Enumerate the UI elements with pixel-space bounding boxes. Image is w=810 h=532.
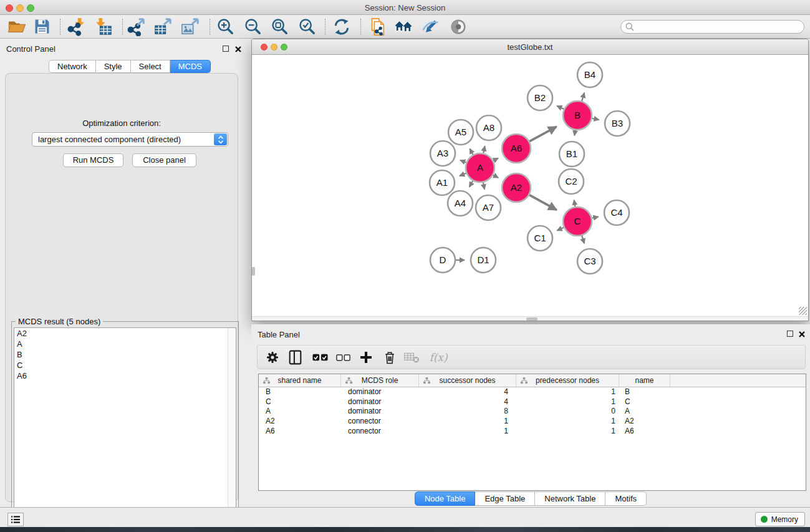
graph-edge-A-A2[interactable] bbox=[493, 175, 498, 178]
graph-edge-B-B4[interactable] bbox=[582, 93, 584, 101]
apply-layout-button[interactable] bbox=[331, 16, 352, 37]
result-scrollbar[interactable] bbox=[228, 328, 236, 531]
zoom-selected-icon bbox=[297, 17, 316, 36]
close-panel-icon[interactable] bbox=[234, 44, 242, 56]
tab-edge-table[interactable]: Edge Table bbox=[475, 491, 535, 506]
graph-edge-C-C4[interactable] bbox=[592, 216, 598, 218]
network-graph-canvas[interactable]: B4B2BB3A5A8A6B1A3AC2A1A2A4A7C4CC1C3DD1 bbox=[256, 56, 807, 316]
import-table-button[interactable] bbox=[93, 16, 114, 37]
delete-column-button[interactable] bbox=[380, 348, 400, 367]
memory-button[interactable]: Memory bbox=[755, 512, 805, 526]
column-label: shared name bbox=[277, 376, 321, 385]
search-input[interactable] bbox=[637, 22, 804, 31]
toolbar-divider bbox=[122, 19, 123, 35]
result-item[interactable]: A bbox=[14, 339, 236, 349]
import-network-button[interactable] bbox=[65, 16, 87, 37]
column-header-shared-name[interactable]: shared name bbox=[259, 374, 341, 387]
control-panel-title: Control Panel bbox=[6, 44, 55, 54]
table-cell: connector bbox=[341, 427, 419, 437]
export-table-button[interactable] bbox=[152, 16, 173, 37]
table-cell: dominator bbox=[341, 407, 419, 417]
graph-edge-A-A5[interactable] bbox=[470, 148, 473, 155]
column-header-name[interactable]: name bbox=[619, 374, 670, 387]
table-row[interactable]: Bdominator41B bbox=[259, 387, 806, 397]
column-header-MCDS-role[interactable]: MCDS role bbox=[341, 374, 419, 387]
tab-network-table[interactable]: Network Table bbox=[535, 491, 605, 506]
hide-graphics-details-button[interactable] bbox=[420, 16, 441, 37]
graph-edge-A-A8[interactable] bbox=[483, 146, 485, 153]
search-icon bbox=[625, 22, 635, 32]
graph-edge-A-A6[interactable] bbox=[493, 158, 498, 161]
table-row[interactable]: Adominator80A bbox=[259, 407, 806, 417]
export-image-button[interactable] bbox=[180, 16, 201, 37]
tab-network[interactable]: Network bbox=[49, 60, 96, 73]
table-cell: B bbox=[619, 387, 670, 397]
search-field[interactable] bbox=[620, 20, 804, 34]
scrollbar-thumb[interactable] bbox=[526, 317, 538, 321]
close-panel-button[interactable]: Close panel bbox=[132, 153, 196, 167]
control-panel: Control Panel NetworkStyleSelectMCDS Opt… bbox=[0, 39, 243, 507]
table-row[interactable]: A6connector11A6 bbox=[259, 427, 806, 437]
run-mcds-button[interactable]: Run MCDS bbox=[63, 153, 123, 167]
close-table-panel-icon[interactable] bbox=[798, 329, 806, 341]
zoom-out-button[interactable] bbox=[242, 16, 263, 37]
zoom-fit-button[interactable] bbox=[269, 16, 290, 37]
table-cell: 4 bbox=[419, 387, 516, 397]
graph-edge-B-B1[interactable] bbox=[574, 130, 575, 136]
float-table-panel-icon[interactable] bbox=[787, 331, 793, 337]
network-vertical-scrollbar[interactable] bbox=[252, 267, 255, 276]
graph-edge-A-A3[interactable] bbox=[460, 160, 466, 163]
float-panel-icon[interactable] bbox=[223, 46, 229, 52]
zoom-in-button[interactable] bbox=[215, 16, 236, 37]
select-all-button[interactable] bbox=[310, 348, 330, 367]
add-column-button[interactable] bbox=[356, 348, 376, 367]
graph-edge-B-B2[interactable] bbox=[557, 106, 564, 109]
deselect-all-button[interactable] bbox=[333, 348, 353, 367]
column-label: predecessor nodes bbox=[536, 376, 599, 385]
table-options-button[interactable] bbox=[263, 348, 282, 367]
graph-edge-B-B3[interactable] bbox=[592, 118, 599, 120]
graph-edge-A-A4[interactable] bbox=[470, 181, 473, 187]
tab-mcds[interactable]: MCDS bbox=[170, 60, 211, 73]
show-graphics-details-button[interactable] bbox=[448, 16, 469, 37]
graph-edge-C-C3[interactable] bbox=[582, 236, 584, 244]
result-item[interactable]: C bbox=[14, 360, 236, 370]
result-item[interactable]: B bbox=[14, 349, 236, 360]
network-from-file-button[interactable] bbox=[367, 16, 388, 37]
export-network-button[interactable] bbox=[126, 16, 147, 37]
zoom-in-icon bbox=[216, 17, 234, 36]
open-file-button[interactable] bbox=[6, 16, 27, 37]
refresh-icon bbox=[333, 18, 350, 36]
graph-edge-A2-C[interactable] bbox=[529, 195, 557, 210]
graph-edge-A-A1[interactable] bbox=[460, 173, 466, 176]
resize-grip-icon[interactable] bbox=[799, 307, 807, 315]
status-bar: Memory bbox=[0, 507, 810, 527]
function-builder-button[interactable]: f(x) bbox=[425, 348, 452, 367]
column-header-successor-nodes[interactable]: successor nodes bbox=[419, 374, 516, 387]
graph-node-label: C4 bbox=[610, 207, 622, 218]
graph-node-label: B2 bbox=[534, 92, 546, 103]
save-session-button[interactable] bbox=[31, 16, 52, 37]
homes-icon bbox=[394, 17, 413, 36]
table-row[interactable]: A2connector11A2 bbox=[259, 417, 806, 427]
result-item[interactable]: A6 bbox=[14, 370, 236, 381]
toolbar-divider bbox=[210, 19, 210, 35]
result-item[interactable]: A2 bbox=[14, 328, 236, 339]
zoom-selected-button[interactable] bbox=[296, 16, 317, 37]
table-row[interactable]: Cdominator41C bbox=[259, 397, 806, 407]
tab-style[interactable]: Style bbox=[96, 60, 131, 73]
graph-edge-C-C2[interactable] bbox=[574, 200, 576, 207]
graph-edge-A6-B[interactable] bbox=[529, 127, 556, 142]
network-horizontal-scrollbar[interactable] bbox=[252, 316, 808, 321]
tab-node-table[interactable]: Node Table bbox=[415, 491, 476, 506]
delete-table-button[interactable] bbox=[402, 348, 422, 367]
graph-edge-C-C1[interactable] bbox=[557, 228, 564, 231]
graph-edge-A-A7[interactable] bbox=[483, 183, 485, 190]
tab-motifs[interactable]: Motifs bbox=[605, 491, 647, 506]
home-pages-button[interactable] bbox=[393, 16, 414, 37]
optimization-criterion-select[interactable]: largest connected component (directed) bbox=[32, 132, 228, 147]
task-history-button[interactable] bbox=[7, 513, 24, 526]
tab-select[interactable]: Select bbox=[131, 60, 170, 73]
column-header-predecessor-nodes[interactable]: predecessor nodes bbox=[516, 374, 619, 387]
show-column-panel-button[interactable] bbox=[285, 348, 305, 367]
